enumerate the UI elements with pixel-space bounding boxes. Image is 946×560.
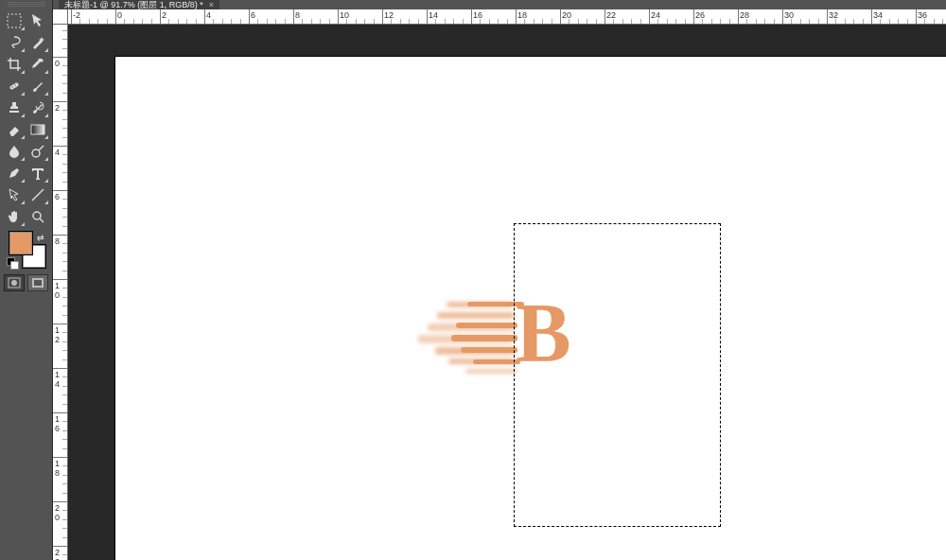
swap-colors-icon[interactable]: ⇄ — [37, 233, 44, 242]
gradient-tool[interactable] — [26, 119, 49, 140]
ruler-corner[interactable] — [53, 9, 68, 25]
move-icon — [29, 12, 46, 29]
document-tab-title: 未标题-1 @ 91.7% (图层 1, RGB/8) * — [64, 0, 203, 9]
dodge-tool[interactable] — [26, 141, 49, 162]
eraser-tool[interactable] — [3, 119, 26, 140]
palette-grip[interactable] — [8, 2, 45, 8]
canvas-area: B — [68, 25, 946, 560]
path-select-tool[interactable] — [3, 184, 26, 205]
brush-tool[interactable] — [26, 76, 49, 96]
document-tab[interactable]: 未标题-1 @ 91.7% (图层 1, RGB/8) * × — [59, 0, 219, 9]
svg-point-2 — [11, 86, 12, 87]
tool-grid — [3, 10, 49, 227]
svg-rect-1 — [9, 82, 20, 90]
foreground-color-swatch[interactable] — [9, 231, 33, 255]
eyedropper-tool[interactable] — [26, 54, 49, 75]
artwork-letter: B — [516, 291, 571, 375]
close-icon[interactable]: × — [209, 0, 214, 9]
svg-rect-4 — [31, 125, 44, 134]
screen-mode-toggle[interactable] — [27, 274, 48, 291]
svg-rect-0 — [8, 14, 21, 27]
document-tab-bar: 未标题-1 @ 91.7% (图层 1, RGB/8) * × — [53, 0, 946, 9]
history-brush-tool[interactable] — [26, 97, 49, 118]
color-swatches: ⇄ — [5, 231, 48, 269]
vertical-ruler[interactable]: 024681012141618202224 — [53, 25, 68, 560]
svg-point-5 — [32, 149, 40, 157]
document-canvas[interactable]: B — [115, 57, 946, 560]
quickmask-toggle[interactable] — [4, 274, 25, 291]
default-colors-icon[interactable] — [7, 257, 18, 269]
horizontal-ruler[interactable]: -20246810121416182022242628303234363840 — [68, 9, 946, 25]
hand-tool[interactable] — [3, 206, 26, 227]
pen-tool[interactable] — [3, 163, 26, 184]
move-tool[interactable] — [26, 10, 49, 31]
marquee-tool[interactable] — [3, 10, 26, 31]
wand-tool[interactable] — [26, 32, 49, 53]
healing-tool[interactable] — [3, 76, 26, 96]
tool-palette: ⇄ — [0, 0, 53, 560]
lasso-tool[interactable] — [3, 32, 26, 53]
blur-tool[interactable] — [3, 141, 26, 162]
quickmask-icon — [8, 277, 21, 289]
line-tool[interactable] — [26, 184, 49, 205]
workspace: -20246810121416182022242628303234363840 … — [53, 9, 946, 560]
screen-mode-icon — [31, 277, 44, 289]
svg-point-6 — [33, 212, 41, 219]
svg-rect-10 — [34, 280, 42, 286]
type-tool[interactable] — [26, 163, 49, 184]
zoom-tool[interactable] — [26, 206, 49, 227]
screen-mode-row — [4, 274, 48, 291]
svg-point-8 — [11, 280, 17, 286]
zoom-icon — [29, 208, 46, 225]
crop-tool[interactable] — [3, 54, 26, 75]
svg-point-3 — [14, 84, 15, 85]
stamp-tool[interactable] — [3, 97, 26, 118]
